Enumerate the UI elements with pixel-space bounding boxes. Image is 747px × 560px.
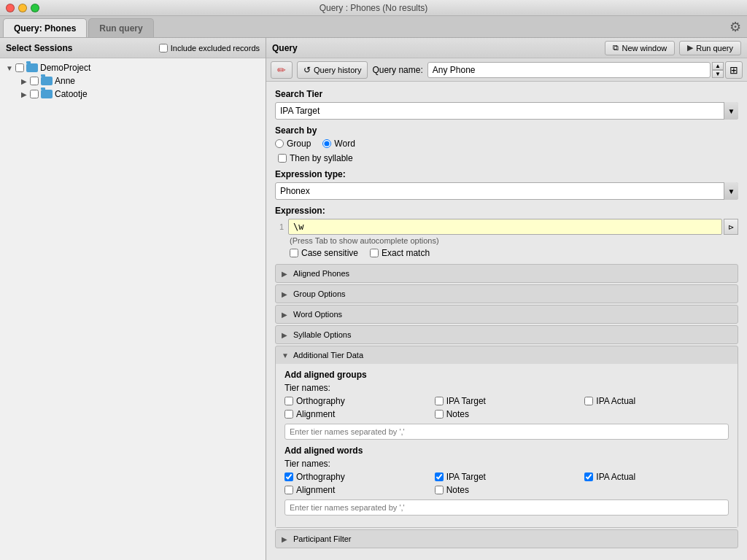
folder-icon-demo xyxy=(26,63,38,72)
aw-alignment-label[interactable]: Alignment xyxy=(285,485,429,495)
add-aligned-words-title: Add aligned words xyxy=(285,446,729,456)
tree-item-anne[interactable]: ▶ Anne xyxy=(3,74,263,88)
aw-notes-checkbox[interactable] xyxy=(435,486,444,494)
ag-notes-checkbox[interactable] xyxy=(435,410,444,419)
search-by-radio-group: Group Word xyxy=(275,139,738,149)
tab-query-phones[interactable]: Query: Phones xyxy=(3,18,87,37)
eraser-button[interactable]: ✏ xyxy=(271,61,293,79)
case-sensitive-label[interactable]: Case sensitive xyxy=(290,248,358,258)
window-title: Query : Phones (No results) xyxy=(320,3,428,13)
ag-orthography-checkbox[interactable] xyxy=(285,397,293,405)
tree-checkbox-anne[interactable] xyxy=(30,77,39,85)
ag-tier-names-input[interactable] xyxy=(285,424,729,440)
participant-filter-header[interactable]: ▶ Participant Filter xyxy=(276,530,738,548)
aligned-phones-arrow: ▶ xyxy=(282,270,289,278)
new-window-button[interactable]: ⧉ New window xyxy=(605,41,675,55)
participant-filter-title: Participant Filter xyxy=(293,534,351,543)
grid-view-button[interactable]: ⊞ xyxy=(725,61,743,79)
tree-checkbox-demo[interactable] xyxy=(15,63,24,72)
participant-filter-arrow: ▶ xyxy=(282,535,289,543)
expression-end-button[interactable]: ⊳ xyxy=(724,219,738,235)
syllable-options-section: ▶ Syllable Options xyxy=(275,325,738,344)
window-controls[interactable] xyxy=(6,4,39,12)
aligned-phones-header[interactable]: ▶ Aligned Phones xyxy=(276,265,738,282)
query-history-button[interactable]: ↺ Query history xyxy=(297,61,368,79)
history-icon: ↺ xyxy=(303,65,311,75)
ag-ipa-actual-label[interactable]: IPA Actual xyxy=(584,396,729,406)
titlebar: Query : Phones (No results) xyxy=(0,0,747,16)
aw-orthography-checkbox[interactable] xyxy=(285,472,293,481)
tree-item-catootje[interactable]: ▶ Catootje xyxy=(3,88,263,101)
ag-orthography-label[interactable]: Orthography xyxy=(285,396,429,406)
run-query-button[interactable]: ▶ Run query xyxy=(679,41,741,55)
folder-icon-catootje xyxy=(41,90,53,98)
expression-type-label: Expression type: xyxy=(275,169,738,179)
query-title: Query xyxy=(272,43,600,53)
word-options-title: Word Options xyxy=(293,310,342,319)
group-options-header[interactable]: ▶ Group Options xyxy=(276,285,738,303)
expression-input[interactable] xyxy=(288,219,722,235)
word-radio-label[interactable]: Word xyxy=(322,139,355,149)
ag-ipa-target-checkbox[interactable] xyxy=(435,397,444,405)
additional-tier-arrow: ▼ xyxy=(282,351,289,359)
maximize-button[interactable] xyxy=(31,4,39,12)
exact-match-checkbox[interactable] xyxy=(370,249,379,257)
ag-checkboxes: Orthography IPA Target IPA Actual A xyxy=(285,396,729,419)
word-radio[interactable] xyxy=(322,139,331,148)
group-options-section: ▶ Group Options xyxy=(275,284,738,303)
additional-tier-header[interactable]: ▼ Additional Tier Data xyxy=(276,346,738,364)
stepper-up[interactable]: ▲ xyxy=(712,62,724,70)
tree-checkbox-catootje[interactable] xyxy=(30,90,39,98)
tree-item-demo[interactable]: ▼ DemoProject xyxy=(3,61,263,74)
tab-run-query[interactable]: Run query xyxy=(88,18,153,37)
expression-type-select-wrap: Phonex Plain Regex ▼ xyxy=(275,182,738,200)
aw-ipa-target-checkbox[interactable] xyxy=(435,472,444,481)
syllable-options-title: Syllable Options xyxy=(293,330,352,339)
group-options-arrow: ▶ xyxy=(282,290,289,298)
additional-tier-section: ▼ Additional Tier Data Add aligned group… xyxy=(275,346,738,528)
word-options-header[interactable]: ▶ Word Options xyxy=(276,306,738,323)
minimize-button[interactable] xyxy=(18,4,27,12)
tree-arrow-anne: ▶ xyxy=(20,77,28,85)
ag-alignment-checkbox[interactable] xyxy=(285,410,293,419)
toolbar-row: ✏ ↺ Query history Query name: ▲ ▼ ⊞ xyxy=(266,58,747,82)
group-radio[interactable] xyxy=(275,139,284,148)
aw-alignment-checkbox[interactable] xyxy=(285,486,293,494)
exact-match-label[interactable]: Exact match xyxy=(370,248,430,258)
close-button[interactable] xyxy=(6,4,15,12)
then-syllable-checkbox[interactable] xyxy=(278,154,287,163)
stepper-down[interactable]: ▼ xyxy=(712,70,724,78)
main-content: Select Sessions Include excluded records… xyxy=(0,38,747,560)
aligned-phones-section: ▶ Aligned Phones xyxy=(275,264,738,283)
tree-label-demo: DemoProject xyxy=(40,63,90,73)
syllable-options-arrow: ▶ xyxy=(282,331,289,339)
syllable-options-header[interactable]: ▶ Syllable Options xyxy=(276,326,738,343)
ag-alignment-label[interactable]: Alignment xyxy=(285,409,429,419)
search-tier-select[interactable]: IPA Target IPA Actual Orthography xyxy=(275,102,738,120)
expression-type-select[interactable]: Phonex Plain Regex xyxy=(275,182,738,200)
aw-notes-label[interactable]: Notes xyxy=(435,485,579,495)
then-syllable-label[interactable]: Then by syllable xyxy=(275,153,738,163)
aw-ipa-actual-checkbox[interactable] xyxy=(584,472,593,481)
aw-ipa-actual-label[interactable]: IPA Actual xyxy=(584,472,729,482)
ag-ipa-target-label[interactable]: IPA Target xyxy=(435,396,579,406)
ag-notes-label[interactable]: Notes xyxy=(435,409,579,419)
group-radio-label[interactable]: Group xyxy=(275,139,311,149)
participant-filter-section: ▶ Participant Filter xyxy=(275,529,738,548)
right-panel: Query ⧉ New window ▶ Run query ✏ ↺ Query… xyxy=(266,38,747,560)
case-sensitive-checkbox[interactable] xyxy=(290,249,298,257)
aw-tier-names-input[interactable] xyxy=(285,499,729,516)
run-icon: ▶ xyxy=(687,43,693,52)
aw-tier-names-label: Tier names: xyxy=(285,459,729,469)
query-name-input[interactable] xyxy=(427,62,711,78)
ag-ipa-actual-checkbox[interactable] xyxy=(584,397,593,405)
search-tier-label: Search Tier xyxy=(275,89,738,99)
query-name-wrap: ▲ ▼ ⊞ xyxy=(427,61,743,79)
include-excluded-label[interactable]: Include excluded records xyxy=(159,44,260,52)
gear-button[interactable]: ⚙ xyxy=(729,19,741,35)
include-excluded-checkbox[interactable] xyxy=(159,44,168,52)
query-name-label: Query name: xyxy=(372,65,422,75)
left-header: Select Sessions Include excluded records xyxy=(0,38,266,58)
aw-ipa-target-label[interactable]: IPA Target xyxy=(435,472,579,482)
aw-orthography-label[interactable]: Orthography xyxy=(285,472,429,482)
